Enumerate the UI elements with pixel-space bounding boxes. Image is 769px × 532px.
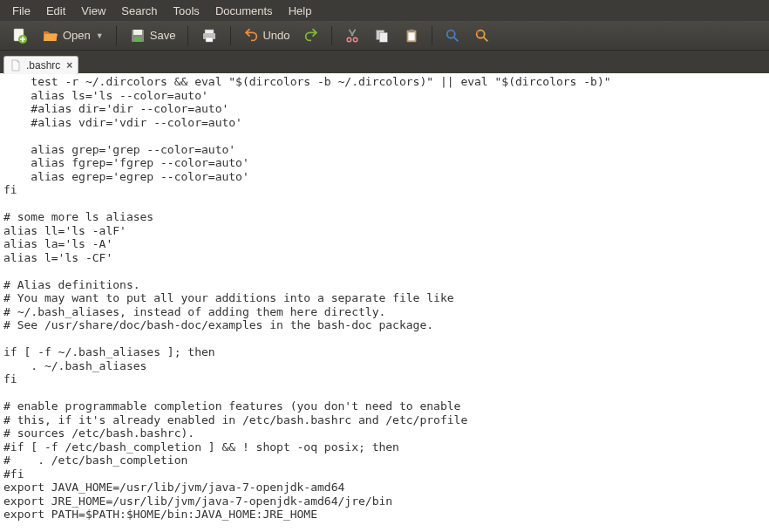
- open-dropdown-icon: ▼: [96, 31, 104, 40]
- menu-view[interactable]: View: [74, 2, 112, 20]
- undo-icon: [243, 28, 259, 44]
- new-document-icon: [10, 27, 28, 44]
- menu-file[interactable]: File: [5, 2, 37, 20]
- svg-rect-14: [410, 29, 414, 31]
- toolbar: Open ▼ Save Undo: [0, 21, 769, 51]
- menubar: File Edit View Search Tools Documents He…: [0, 0, 769, 21]
- search-icon: [445, 28, 460, 44]
- redo-button[interactable]: [298, 25, 324, 46]
- toolbar-separator: [230, 26, 231, 45]
- menu-tools[interactable]: Tools: [167, 2, 207, 20]
- document-tab[interactable]: .bashrc ×: [3, 56, 78, 74]
- copy-button[interactable]: [369, 25, 395, 46]
- svg-point-15: [447, 30, 455, 38]
- menu-documents[interactable]: Documents: [208, 2, 280, 20]
- toolbar-separator: [331, 26, 332, 45]
- open-label: Open: [63, 29, 91, 42]
- tabbar: .bashrc ×: [0, 51, 769, 73]
- paste-icon: [404, 28, 419, 44]
- paste-button[interactable]: [398, 25, 425, 46]
- editor-textarea[interactable]: test -r ~/.dircolors && eval "$(dircolor…: [0, 73, 769, 532]
- undo-button[interactable]: Undo: [238, 25, 295, 46]
- save-icon: [129, 27, 146, 44]
- toolbar-separator: [432, 26, 432, 45]
- toolbar-separator: [187, 26, 188, 45]
- svg-rect-3: [133, 30, 142, 35]
- svg-rect-13: [409, 32, 415, 40]
- new-document-button[interactable]: [5, 24, 33, 47]
- menu-search[interactable]: Search: [114, 2, 164, 20]
- print-icon: [201, 27, 218, 44]
- file-icon: [10, 59, 22, 72]
- svg-rect-4: [134, 38, 141, 42]
- folder-open-icon: [42, 27, 59, 44]
- copy-icon: [374, 28, 390, 44]
- print-button[interactable]: [195, 24, 223, 47]
- find-replace-icon: [474, 28, 490, 44]
- find-replace-button[interactable]: [469, 25, 495, 46]
- close-tab-icon[interactable]: ×: [66, 59, 72, 72]
- tab-filename: .bashrc: [26, 59, 60, 72]
- undo-label: Undo: [262, 29, 289, 42]
- redo-icon: [303, 28, 319, 44]
- menu-edit[interactable]: Edit: [39, 2, 72, 20]
- svg-rect-11: [380, 32, 388, 42]
- cut-button[interactable]: [339, 25, 365, 46]
- menu-help[interactable]: Help: [282, 2, 319, 20]
- svg-point-8: [348, 38, 352, 42]
- svg-rect-7: [206, 38, 213, 42]
- save-button[interactable]: Save: [124, 24, 181, 47]
- open-button[interactable]: Open ▼: [37, 24, 109, 47]
- cut-icon: [344, 28, 360, 44]
- find-button[interactable]: [439, 25, 466, 46]
- toolbar-separator: [116, 26, 117, 45]
- save-label: Save: [150, 29, 176, 42]
- svg-point-9: [354, 38, 358, 42]
